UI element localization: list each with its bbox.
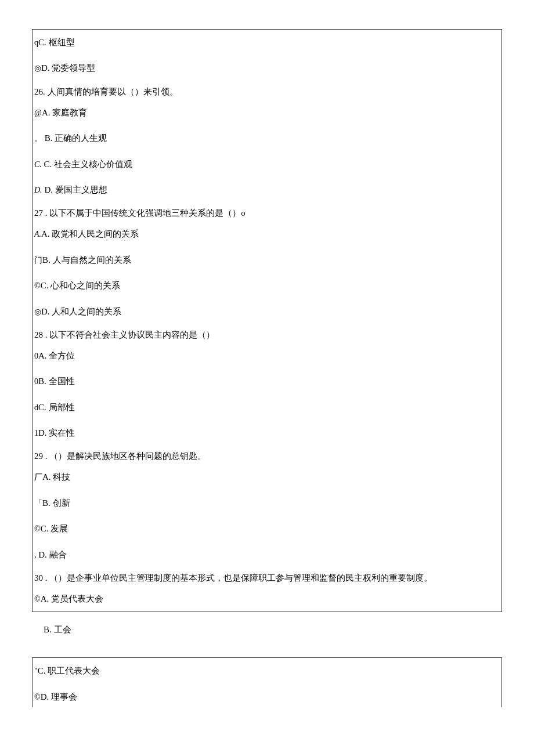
opt-text: D. 实在性: [38, 428, 75, 437]
opt-prefix: ◎: [34, 64, 41, 73]
option-line: , D. 融合: [33, 542, 501, 567]
option-line: ©A. 党员代表大会: [33, 586, 501, 612]
question-box-main: qC. 枢纽型 ◎D. 党委领导型 26. 人间真情的培育要以（）来引领。 @A…: [32, 29, 502, 612]
opt-text: A. 政党和人民之间的关系: [41, 229, 139, 238]
opt-prefix: ©: [34, 693, 41, 701]
opt-text: C. 枢纽型: [38, 38, 75, 47]
option-line: ◎D. 党委领导型: [33, 55, 501, 81]
option-line: dC. 局部性: [33, 395, 501, 420]
opt-prefix: 1: [34, 429, 38, 437]
opt-text: A. 家庭教育: [42, 108, 87, 117]
question-text: 28 . 以下不符合社会主义协议民主内容的是（）: [33, 324, 501, 343]
option-line: 。 B. 正确的人生观: [33, 125, 501, 151]
opt-prefix: D.: [34, 186, 42, 194]
opt-text: C. 职工代表大会: [38, 666, 100, 675]
option-line: 1D. 实在性: [33, 420, 501, 446]
opt-prefix: d: [34, 403, 38, 412]
opt-text: C. 心和心之间的关系: [41, 281, 121, 290]
option-line: ©C. 心和心之间的关系: [33, 273, 501, 298]
opt-prefix: 「: [34, 499, 42, 508]
option-line: ©C. 发展: [33, 516, 501, 541]
opt-prefix: C.: [34, 160, 42, 169]
opt-text: C. 局部性: [38, 403, 75, 412]
opt-prefix: ©: [34, 525, 41, 533]
opt-text: D. 融合: [38, 550, 66, 559]
opt-prefix: 0: [34, 352, 38, 360]
option-line: "C. 职工代表大会: [33, 658, 501, 683]
opt-prefix: @: [34, 108, 42, 117]
option-line: A.A. 政党和人民之间的关系: [33, 221, 501, 247]
opt-text: A. 科技: [42, 472, 70, 482]
opt-prefix: ©: [34, 281, 41, 290]
opt-prefix: A.: [34, 230, 41, 238]
opt-text: B. 全国性: [38, 377, 75, 386]
opt-prefix: ◎: [34, 308, 41, 316]
option-line-standalone: B. 工会: [32, 612, 502, 647]
opt-prefix: q: [34, 38, 38, 47]
opt-text: B. 人与自然之间的关系: [42, 255, 131, 265]
question-text: 27 . 以下不属于中国传统文化强调地三种关系的是（）o: [33, 202, 501, 221]
opt-text: D. 人和人之间的关系: [41, 307, 121, 316]
opt-text: C. 社会主义核心价值观: [44, 160, 133, 169]
opt-prefix: 门: [34, 256, 42, 265]
option-line: ◎D. 人和人之间的关系: [33, 299, 501, 324]
opt-text: D. 党委领导型: [41, 63, 95, 73]
opt-prefix: ©: [34, 595, 41, 603]
question-text: 26. 人间真情的培育要以（）来引领。: [33, 81, 501, 100]
opt-prefix: ,: [34, 551, 37, 559]
opt-prefix: 0: [34, 377, 38, 386]
opt-text: B. 创新: [42, 498, 70, 508]
option-line: 0A. 全方位: [33, 343, 501, 368]
option-line: qC. 枢纽型: [33, 30, 501, 55]
option-line: ©D. 理事会: [33, 684, 501, 707]
option-line: D. D. 爱国主义思想: [33, 177, 501, 202]
opt-text: B. 正确的人生观: [45, 133, 107, 143]
opt-text: D. 理事会: [41, 692, 77, 701]
opt-prefix: 。: [34, 134, 42, 143]
question-text: 29 . （）是解决民族地区各种问题的总钥匙。: [33, 446, 501, 464]
opt-prefix: 厂: [34, 473, 42, 482]
question-text: 30 . （）是企事业单位民主管理制度的基本形式，也是保障职工参与管理和监督的民…: [33, 567, 501, 586]
option-line: @A. 家庭教育: [33, 100, 501, 125]
option-line: C. C. 社会主义核心价值观: [33, 151, 501, 177]
option-line: 门B. 人与自然之间的关系: [33, 247, 501, 273]
opt-text: A. 全方位: [38, 351, 75, 360]
opt-text: C. 发展: [41, 524, 68, 533]
opt-text: D. 爱国主义思想: [44, 185, 107, 194]
option-line: 「B. 创新: [33, 490, 501, 516]
option-line: 厂A. 科技: [33, 464, 501, 490]
question-box-continued: "C. 职工代表大会 ©D. 理事会: [32, 657, 502, 707]
opt-text: A. 党员代表大会: [41, 594, 103, 603]
option-line: 0B. 全国性: [33, 368, 501, 394]
